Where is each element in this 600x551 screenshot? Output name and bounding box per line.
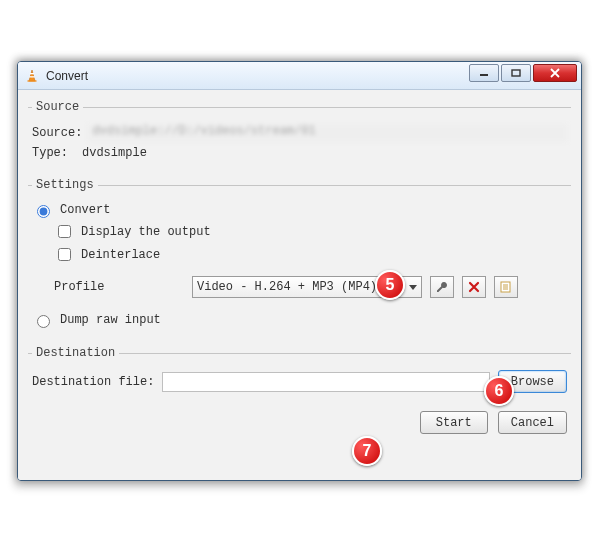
type-value: dvdsimple xyxy=(82,146,147,160)
delete-icon xyxy=(468,281,480,293)
display-output-checkbox[interactable] xyxy=(58,225,71,238)
delete-profile-button[interactable] xyxy=(462,276,486,298)
destination-input[interactable] xyxy=(162,372,489,392)
profile-label: Profile xyxy=(54,280,184,294)
source-group: Source Source: dvdsimple://D:/videos/str… xyxy=(28,100,571,168)
svg-rect-5 xyxy=(512,70,520,76)
source-value: dvdsimple://D:/videos/stream/01 xyxy=(88,124,567,142)
svg-rect-4 xyxy=(480,74,488,76)
profile-selected-value: Video - H.264 + MP3 (MP4) xyxy=(197,280,377,294)
new-profile-button[interactable] xyxy=(494,276,518,298)
annotation-badge-5: 5 xyxy=(375,270,405,300)
type-label: Type: xyxy=(32,146,68,160)
dump-raw-radio[interactable] xyxy=(37,315,50,328)
cancel-button[interactable]: Cancel xyxy=(498,411,567,434)
settings-legend: Settings xyxy=(32,178,98,192)
deinterlace-checkbox[interactable] xyxy=(58,248,71,261)
source-legend: Source xyxy=(32,100,83,114)
client-area: Source Source: dvdsimple://D:/videos/str… xyxy=(18,90,581,480)
dump-raw-label: Dump raw input xyxy=(60,313,161,327)
svg-rect-3 xyxy=(28,80,37,81)
maximize-button[interactable] xyxy=(501,64,531,82)
convert-radio-label: Convert xyxy=(60,203,110,217)
destination-label: Destination file: xyxy=(32,375,154,389)
vlc-cone-icon xyxy=(24,68,40,84)
chevron-down-icon xyxy=(409,285,417,290)
destination-legend: Destination xyxy=(32,346,119,360)
close-button[interactable] xyxy=(533,64,577,82)
edit-profile-button[interactable] xyxy=(430,276,454,298)
convert-radio[interactable] xyxy=(37,205,50,218)
deinterlace-label: Deinterlace xyxy=(81,248,160,262)
wrench-icon xyxy=(435,280,449,294)
svg-rect-1 xyxy=(30,73,34,74)
convert-window: Convert Source Source: dvdsimple://D:/vi… xyxy=(17,61,582,481)
annotation-badge-6: 6 xyxy=(484,376,514,406)
settings-group: Settings Convert Display the output Dein… xyxy=(28,178,571,336)
annotation-badge-7: 7 xyxy=(352,436,382,466)
titlebar: Convert xyxy=(18,62,581,90)
start-button[interactable]: Start xyxy=(420,411,488,434)
svg-marker-0 xyxy=(29,70,35,81)
display-output-label: Display the output xyxy=(81,225,211,239)
svg-rect-2 xyxy=(29,76,35,77)
footer-buttons: Start Cancel xyxy=(28,411,571,434)
window-title: Convert xyxy=(46,69,88,83)
source-label: Source: xyxy=(32,126,82,140)
new-profile-icon xyxy=(499,280,513,294)
minimize-button[interactable] xyxy=(469,64,499,82)
